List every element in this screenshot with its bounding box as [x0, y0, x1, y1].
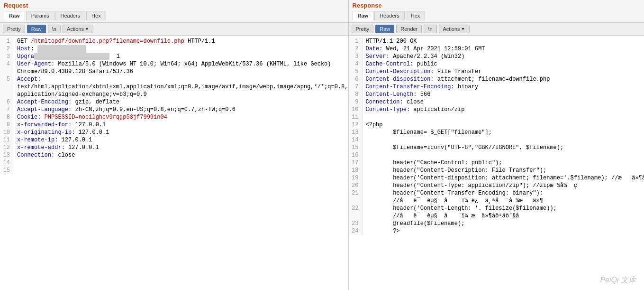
- response-line-6: 6 Content-disposition: attachment; filen…: [349, 75, 644, 83]
- response-line-5: 5 Content-Description: File Transfer: [349, 68, 644, 75]
- tab-raw-request[interactable]: Raw: [4, 11, 25, 20]
- request-line-4b: Chrome/89.0.4389.128 Safari/537.36: [0, 68, 348, 75]
- tab-params-request[interactable]: Params: [26, 11, 54, 20]
- sub-tab-raw-request[interactable]: Raw: [27, 25, 46, 33]
- request-line-13: 13 Connection: close: [0, 151, 348, 159]
- tab-headers-response[interactable]: Headers: [374, 11, 405, 20]
- response-header: Response Raw Headers Hex: [349, 0, 644, 23]
- response-line-24: 24 ?>: [349, 227, 644, 235]
- request-line-10: 10 x-originating-ip: 127.0.0.1: [0, 129, 348, 136]
- actions-label-response: Actions: [443, 26, 460, 32]
- response-line-18: 18 header("Content-Description: File Tra…: [349, 167, 644, 174]
- response-panel: Response Raw Headers Hex Pretty Raw Rend…: [349, 0, 644, 290]
- tab-raw-response[interactable]: Raw: [353, 11, 374, 20]
- request-content: 1 GET /htmltopdf/downfile.php?filename=d…: [0, 36, 348, 290]
- response-line-7: 7 Content-Transfer-Encoding: binary: [349, 83, 644, 91]
- response-tab-bar: Raw Headers Hex: [353, 11, 642, 20]
- response-title: Response: [353, 2, 642, 11]
- response-line-17: 17 header("Cache-Control: public");: [349, 159, 644, 167]
- request-line-15: 15: [0, 167, 348, 174]
- response-line-12: 12 <?php: [349, 121, 644, 129]
- watermark: PeiQi 文库: [600, 275, 636, 285]
- response-line-19: 19 header('Content-disposition: attachme…: [349, 174, 644, 182]
- request-line-6: 6 Accept-Encoding: gzip, deflate: [0, 98, 348, 106]
- request-line-8: 8 Cookie: PHPSESSID=noeilghcv9rqgp58jf79…: [0, 113, 348, 121]
- request-line-7: 7 Accept-Language: zh-CN,zh;q=0.9,en-US;…: [0, 106, 348, 113]
- response-content: 1 HTTP/1.1 200 OK 2 Date: Wed, 21 Apr 20…: [349, 36, 644, 290]
- request-line-2: 2 Host:: [0, 45, 348, 53]
- request-line-12: 12 x-remote-addr: 127.0.0.1: [0, 144, 348, 151]
- response-line-2: 2 Date: Wed, 21 Apr 2021 12:59:01 GMT: [349, 45, 644, 53]
- chevron-down-icon-response: ▼: [461, 27, 465, 31]
- sub-tab-raw-response[interactable]: Raw: [375, 25, 394, 33]
- actions-button-response[interactable]: Actions ▼: [439, 25, 470, 33]
- response-line-8: 8 Content-Length: 566: [349, 91, 644, 98]
- response-line-20: 20 header("Content-Type: application/zip…: [349, 182, 644, 189]
- sub-tab-render-response[interactable]: Render: [396, 25, 422, 33]
- request-line-4: 4 User-Agent: Mozilla/5.0 (Windows NT 10…: [0, 60, 348, 68]
- request-line-11: 11 x-remote-ip: 127.0.0.1: [0, 136, 348, 144]
- request-line-3: 3 Upgra 1: [0, 53, 348, 60]
- response-line-10: 10 Content-Type: application/zip: [349, 106, 644, 113]
- request-line-14: 14: [0, 159, 348, 167]
- response-line-11: 11: [349, 113, 644, 121]
- response-sub-bar: Pretty Raw Render \n Actions ▼: [349, 23, 644, 36]
- sub-tab-newline-request[interactable]: \n: [48, 25, 61, 33]
- request-header: Request Raw Params Headers Hex: [0, 0, 348, 23]
- response-line-21: 21 header("Content-Transfer-Encoding: bi…: [349, 189, 644, 197]
- request-line-5b: text/html,application/xhtml+xml,applicat…: [0, 83, 348, 91]
- response-line-3: 3 Server: Apache/2.2.34 (Win32): [349, 53, 644, 60]
- response-line-15: 15 $filename=iconv("UTF-8","GBK//IGNORE"…: [349, 144, 644, 151]
- sub-tab-newline-response[interactable]: \n: [424, 25, 436, 33]
- actions-button-request[interactable]: Actions ▼: [63, 25, 93, 33]
- response-line-4: 4 Cache-Control: public: [349, 60, 644, 68]
- response-line-21b: //å ë¯ èµ§ å ¨ï¼ è¿ ä¸ªå ¨å ¾æ ä»¶: [349, 197, 644, 205]
- request-line-5: 5 Accept:: [0, 75, 348, 83]
- actions-label-request: Actions: [67, 26, 84, 32]
- tab-headers-request[interactable]: Headers: [55, 11, 86, 20]
- sub-tab-pretty-request[interactable]: Pretty: [3, 25, 25, 33]
- response-line-22b: //å ë¯ èµ§ å ¨ï¼ æ ä»¶åö¹äöˆ§å: [349, 212, 644, 220]
- request-line-1: 1 GET /htmltopdf/downfile.php?filename=d…: [0, 37, 348, 45]
- response-line-1: 1 HTTP/1.1 200 OK: [349, 37, 644, 45]
- tab-hex-response[interactable]: Hex: [406, 11, 426, 20]
- response-line-22: 22 header('Content-Length: '. filesize($…: [349, 205, 644, 212]
- response-line-13: 13 $filename= $_GET["filename"];: [349, 129, 644, 136]
- response-line-14: 14: [349, 136, 644, 144]
- chevron-down-icon-request: ▼: [85, 27, 89, 31]
- request-panel: Request Raw Params Headers Hex Pretty Ra…: [0, 0, 349, 290]
- response-line-9: 9 Connection: close: [349, 98, 644, 106]
- tab-hex-request[interactable]: Hex: [86, 11, 106, 20]
- response-line-23: 23 @readfile($filename);: [349, 220, 644, 227]
- request-sub-bar: Pretty Raw \n Actions ▼: [0, 23, 348, 36]
- request-line-9: 9 x-forwarded-for: 127.0.0.1: [0, 121, 348, 129]
- request-tab-bar: Raw Params Headers Hex: [4, 11, 345, 20]
- request-line-5c: application/signed-exchange;v=b3;q=0.9: [0, 91, 348, 98]
- request-title: Request: [4, 2, 345, 11]
- response-line-16: 16: [349, 151, 644, 159]
- sub-tab-pretty-response[interactable]: Pretty: [352, 25, 374, 33]
